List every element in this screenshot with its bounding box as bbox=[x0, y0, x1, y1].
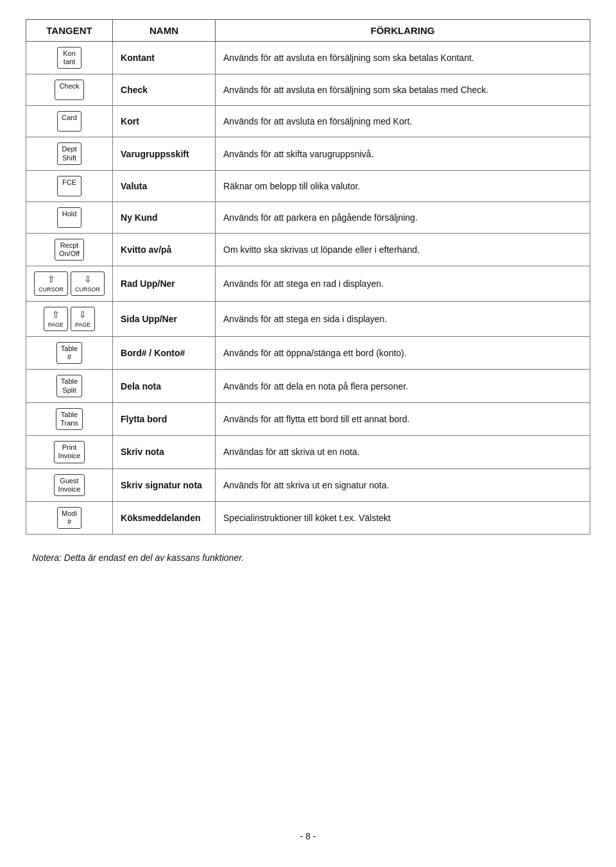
name-cell: Flytta bord bbox=[113, 402, 216, 435]
key-box: Kontant bbox=[57, 47, 81, 69]
name-cell: Sida Upp/Ner bbox=[113, 302, 216, 337]
key-box: FCE bbox=[57, 176, 81, 196]
key-cell: Check bbox=[26, 74, 113, 106]
table-row: CheckCheckAnvänds för att avsluta en för… bbox=[26, 74, 590, 106]
key-box: TableTrans bbox=[56, 408, 83, 430]
desc-cell: Användas för att skriva ut en nota. bbox=[216, 436, 590, 468]
table-row: TableSplitDela notaAnvänds för att dela … bbox=[26, 370, 590, 402]
page-number: - 8 - bbox=[26, 812, 590, 841]
key-cell: Hold bbox=[26, 202, 113, 233]
desc-cell: Används för att stega en sida i displaye… bbox=[216, 302, 590, 337]
table-row: GuestInvoiceSkriv signatur notaAnvänds f… bbox=[26, 468, 590, 501]
table-header: TANGENT NAMN FÖRKLARING bbox=[26, 20, 590, 42]
note-text: Notera: Detta är endast en del av kassan… bbox=[26, 553, 590, 563]
desc-cell: Används för att dela en nota på flera pe… bbox=[216, 370, 590, 402]
table-row: TableTransFlytta bordAnvänds för att fly… bbox=[26, 402, 590, 435]
desc-cell: Specialinstruktioner till köket t.ex. Vä… bbox=[216, 501, 590, 534]
header-tangent: TANGENT bbox=[26, 20, 113, 42]
name-cell: Kontant bbox=[113, 42, 216, 74]
name-cell: Valuta bbox=[113, 170, 216, 202]
desc-cell: Används för att avsluta en försäljning s… bbox=[216, 74, 590, 106]
desc-cell: Om kvitto ska skrivas ut löpande eller i… bbox=[216, 233, 590, 266]
table-row: FCEValutaRäknar om belopp till olika val… bbox=[26, 170, 590, 202]
key-cell: PrintInvoice bbox=[26, 436, 113, 468]
key-box: TableSplit bbox=[56, 375, 82, 397]
name-cell: Check bbox=[113, 74, 216, 106]
key-cell: Card bbox=[26, 106, 113, 137]
name-cell: Bord# / Konto# bbox=[113, 337, 216, 370]
table-row: Modi#KöksmeddelandenSpecialinstruktioner… bbox=[26, 501, 590, 534]
name-cell: Köksmeddelanden bbox=[113, 501, 216, 534]
key-cell: GuestInvoice bbox=[26, 468, 113, 501]
table-row: ⇧CURSOR⇩CURSORRad Upp/NerAnvänds för att… bbox=[26, 266, 590, 302]
desc-cell: Används för att avsluta en försäljning s… bbox=[216, 42, 590, 74]
table-row: RecptOn/OffKvitto av/påOm kvitto ska skr… bbox=[26, 233, 590, 266]
desc-cell: Används för att avsluta en försäljning m… bbox=[216, 106, 590, 137]
key-cell: Modi# bbox=[26, 501, 113, 534]
key-box-cursor-down: ⇩CURSOR bbox=[71, 271, 105, 296]
key-box: Card bbox=[57, 111, 81, 132]
name-cell: Skriv nota bbox=[113, 436, 216, 468]
table-row: ⇧PAGE⇩PAGESida Upp/NerAnvänds för att st… bbox=[26, 302, 590, 337]
table-row: Table#Bord# / Konto#Används för att öppn… bbox=[26, 337, 590, 370]
key-box: PrintInvoice bbox=[54, 441, 85, 463]
table-row: HoldNy KundAnvänds för att parkera en på… bbox=[26, 202, 590, 233]
page: TANGENT NAMN FÖRKLARING KontantKontantAn… bbox=[0, 0, 616, 867]
desc-cell: Används för att flytta ett bord till ett… bbox=[216, 402, 590, 435]
key-box: RecptOn/Off bbox=[55, 239, 84, 261]
key-cell: DeptShift bbox=[26, 137, 113, 170]
name-cell: Dela nota bbox=[113, 370, 216, 402]
desc-cell: Används för att stega en rad i displayen… bbox=[216, 266, 590, 302]
keys-container: ⇧CURSOR⇩CURSOR bbox=[34, 271, 105, 296]
table-row: CardKortAnvänds för att avsluta en försä… bbox=[26, 106, 590, 137]
name-cell: Varugruppsskift bbox=[113, 137, 216, 170]
desc-cell: Används för att skriva ut en signatur no… bbox=[216, 468, 590, 501]
name-cell: Skriv signatur nota bbox=[113, 468, 216, 501]
desc-cell: Används för att öppna/stänga ett bord (k… bbox=[216, 337, 590, 370]
name-cell: Kort bbox=[113, 106, 216, 137]
table-row: PrintInvoiceSkriv notaAnvändas för att s… bbox=[26, 436, 590, 468]
name-cell: Ny Kund bbox=[113, 202, 216, 233]
header-forklaring: FÖRKLARING bbox=[216, 20, 590, 42]
key-box: Hold bbox=[57, 207, 81, 228]
table-row: DeptShiftVarugruppsskiftAnvänds för att … bbox=[26, 137, 590, 170]
key-cell: TableTrans bbox=[26, 402, 113, 435]
key-box: DeptShift bbox=[57, 142, 81, 164]
desc-cell: Används för att skifta varugruppsnivå. bbox=[216, 137, 590, 170]
header-namn: NAMN bbox=[113, 20, 216, 42]
table-row: KontantKontantAnvänds för att avsluta en… bbox=[26, 42, 590, 74]
desc-cell: Räknar om belopp till olika valutor. bbox=[216, 170, 590, 202]
key-box: Table# bbox=[56, 342, 82, 364]
key-cell: ⇧CURSOR⇩CURSOR bbox=[26, 266, 113, 302]
keys-container: ⇧PAGE⇩PAGE bbox=[34, 307, 105, 331]
key-box: Check bbox=[55, 80, 83, 100]
desc-cell: Används för att parkera en pågående förs… bbox=[216, 202, 590, 233]
key-box-page-up: ⇧PAGE bbox=[44, 307, 68, 331]
key-box-cursor-up: ⇧CURSOR bbox=[34, 271, 68, 296]
name-cell: Rad Upp/Ner bbox=[113, 266, 216, 302]
key-cell: RecptOn/Off bbox=[26, 233, 113, 266]
key-cell: Kontant bbox=[26, 42, 113, 74]
key-box: GuestInvoice bbox=[54, 474, 85, 496]
key-box-page-down: ⇩PAGE bbox=[71, 307, 95, 331]
name-cell: Kvitto av/på bbox=[113, 233, 216, 266]
key-cell: FCE bbox=[26, 170, 113, 202]
key-cell: TableSplit bbox=[26, 370, 113, 402]
key-cell: ⇧PAGE⇩PAGE bbox=[26, 302, 113, 337]
key-cell: Table# bbox=[26, 337, 113, 370]
main-table: TANGENT NAMN FÖRKLARING KontantKontantAn… bbox=[26, 19, 590, 535]
key-box: Modi# bbox=[57, 507, 81, 529]
